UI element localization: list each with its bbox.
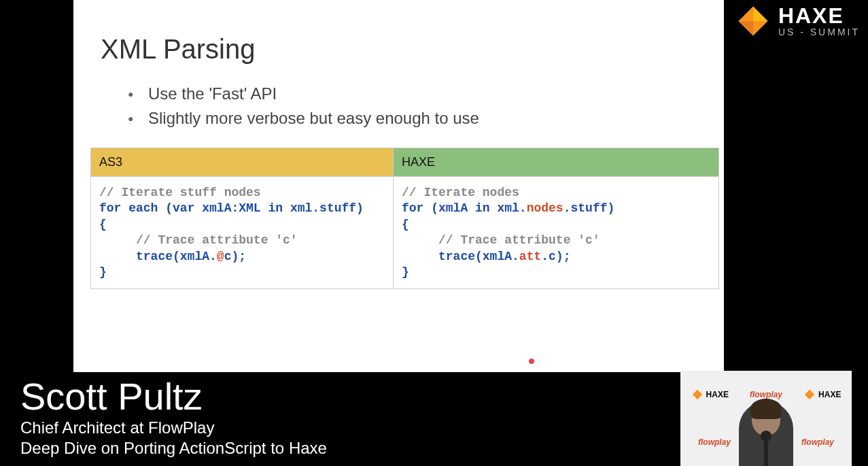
mic-head	[761, 431, 771, 442]
mini-haxe-logo: HAXE	[691, 388, 729, 401]
code-text: .stuff)	[563, 201, 615, 215]
code-comparison-table: AS3 HAXE // Iterate stuff nodes for each…	[90, 148, 719, 289]
code-special: @	[217, 250, 224, 263]
logo-sub-text: US - SUMMIT	[778, 27, 860, 37]
code-text: }	[99, 265, 107, 279]
code-comment: // Iterate stuff nodes	[99, 186, 261, 199]
code-text: c);	[224, 250, 246, 263]
mini-flowplay-logo: flowplay	[801, 437, 834, 447]
speaker-hair	[750, 399, 782, 419]
logo-main-text: HAXE	[778, 5, 860, 27]
mini-logo-text: HAXE	[706, 390, 729, 399]
laser-pointer-icon	[529, 359, 534, 364]
presentation-slide: XML Parsing Use the 'Fast' API Slightly …	[73, 0, 724, 372]
code-keyword: var	[173, 201, 202, 215]
code-comment: // Trace attribute 'c'	[402, 233, 600, 247]
svg-marker-3	[692, 390, 701, 399]
column-header-haxe: HAXE	[394, 148, 719, 177]
code-text: {	[99, 218, 107, 231]
column-header-as3: AS3	[91, 148, 394, 177]
code-text: trace(xmlA.	[402, 250, 519, 263]
haxe-mini-icon	[691, 388, 704, 401]
haxe-logo-text: HAXE US - SUMMIT	[778, 5, 860, 37]
code-keyword: in	[475, 201, 497, 215]
code-text: {	[402, 218, 409, 231]
code-keyword: for	[402, 201, 431, 215]
haxe-mini-icon	[803, 388, 816, 401]
talk-title: Deep Dive on Porting ActionScript to Hax…	[20, 439, 327, 458]
code-text: xmlA:XML	[202, 201, 268, 215]
haxe-code-cell: // Iterate nodes for (xmlA in xml.nodes.…	[394, 177, 719, 289]
code-comment: // Trace attribute 'c'	[99, 233, 298, 247]
haxe-summit-logo: HAXE US - SUMMIT	[735, 3, 860, 39]
as3-code-cell: // Iterate stuff nodes for each (var xml…	[91, 177, 394, 289]
svg-marker-1	[753, 6, 768, 21]
code-text: trace(xmlA.	[99, 250, 217, 263]
slide-title: XML Parsing	[101, 34, 724, 65]
code-text: (	[165, 201, 173, 215]
svg-marker-4	[805, 390, 814, 399]
slide-bullets: Use the 'Fast' API Slightly more verbose…	[128, 82, 724, 131]
code-text: }	[402, 265, 409, 279]
bullet-item: Use the 'Fast' API	[128, 82, 724, 106]
code-text: xml.stuff)	[290, 201, 364, 215]
code-text: .c);	[541, 250, 570, 263]
haxe-shield-icon	[735, 3, 771, 39]
speaker-role: Chief Architect at FlowPlay	[20, 418, 327, 437]
code-text: xml.	[497, 201, 526, 215]
mini-flowplay-logo: flowplay	[698, 437, 731, 447]
code-text: (xmlA	[431, 201, 475, 215]
code-keyword: for each	[99, 201, 165, 215]
webcam-feed: HAXE flowplay HAXE flowplay flowplay	[680, 371, 852, 466]
code-comment: // Iterate nodes	[402, 186, 519, 199]
mini-haxe-logo: HAXE	[803, 388, 841, 401]
code-keyword: in	[268, 201, 290, 215]
mini-logo-text: HAXE	[818, 390, 841, 399]
microphone-icon	[764, 439, 768, 466]
code-special: att	[519, 250, 541, 263]
mini-flowplay-logo: flowplay	[750, 390, 782, 399]
speaker-name: Scott Pultz	[20, 378, 327, 416]
code-special: nodes	[527, 201, 563, 215]
lower-third: Scott Pultz Chief Architect at FlowPlay …	[20, 378, 327, 458]
bullet-item: Slightly more verbose but easy enough to…	[128, 106, 724, 131]
svg-marker-2	[738, 21, 753, 36]
